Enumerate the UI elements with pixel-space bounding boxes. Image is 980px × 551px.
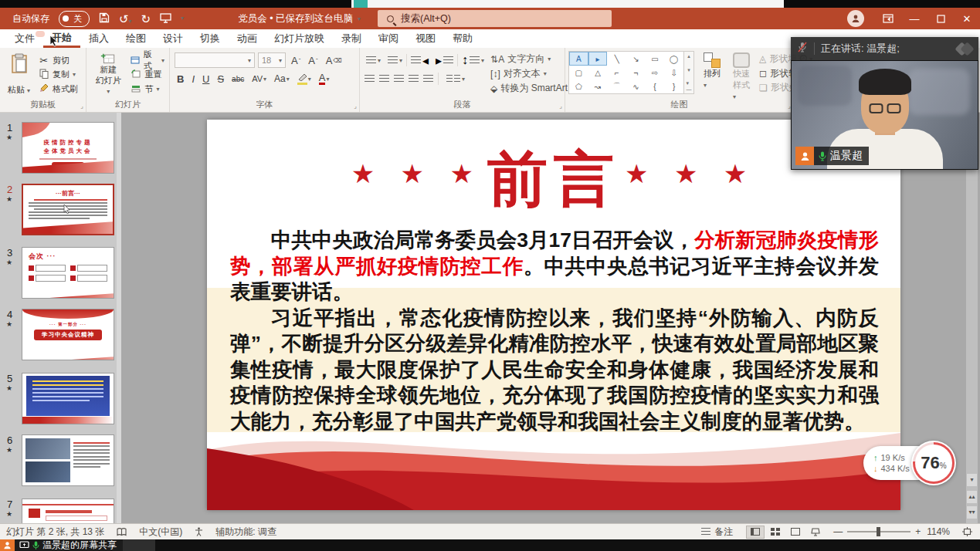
slide-thumbnail-1[interactable]: 疫情防控专题 全体党员大会: [22, 122, 114, 174]
bullets-button[interactable]: ▾: [363, 52, 384, 68]
mic-muted-icon[interactable]: [797, 42, 808, 56]
document-title[interactable]: 党员会 • 已保存到这台电脑▾: [238, 12, 361, 25]
textbox-shape-icon[interactable]: A: [569, 52, 588, 66]
spellcheck-book-icon[interactable]: [117, 528, 127, 536]
font-size-select[interactable]: 18▾: [258, 52, 286, 68]
vertical-scrollbar[interactable]: ▾ ▴▴ ▾▾: [966, 113, 978, 523]
cut-button[interactable]: ✂剪切: [38, 53, 78, 67]
align-center-button[interactable]: [379, 75, 389, 83]
slideshow-view-button[interactable]: [806, 526, 825, 539]
change-case-button[interactable]: Aa▾: [272, 73, 292, 84]
font-dialog-launcher-icon[interactable]: ⌟: [354, 103, 357, 110]
strikethrough-button[interactable]: S: [215, 73, 226, 85]
menu-draw[interactable]: 绘图: [117, 29, 154, 48]
slide-thumbnail-panel[interactable]: 1 ★ 疫情防控专题 全体党员大会 2 ★ ···前言···: [0, 113, 121, 523]
clipboard-dialog-launcher-icon[interactable]: ⌟: [80, 103, 83, 110]
text-highlight-button[interactable]: ▾: [295, 73, 314, 85]
reading-view-button[interactable]: [786, 526, 805, 539]
shrink-font-button[interactable]: Aˇ: [306, 55, 320, 66]
columns-button[interactable]: ▾: [443, 71, 468, 86]
maximize-button[interactable]: [927, 8, 954, 29]
copy-button[interactable]: 复制 ▾: [38, 68, 78, 82]
menu-help[interactable]: 帮助: [444, 29, 481, 48]
undo-icon[interactable]: ↺▾: [119, 13, 132, 25]
thumbnail-scrollbar[interactable]: [117, 113, 121, 523]
shapes-scroll-down-icon[interactable]: ▾: [687, 67, 690, 73]
paste-button[interactable]: 粘贴 ▾: [5, 52, 33, 97]
participant-video[interactable]: 温景超: [791, 60, 978, 170]
save-icon[interactable]: [99, 12, 110, 25]
text-direction-button[interactable]: ⇅A文字方向▾: [490, 52, 574, 66]
account-avatar[interactable]: [847, 10, 864, 27]
left-brace-shape-icon[interactable]: {: [646, 79, 665, 93]
arrange-button[interactable]: 排列▾: [700, 51, 724, 90]
menu-review[interactable]: 审阅: [370, 29, 407, 48]
grow-font-button[interactable]: Aˆ: [289, 55, 303, 66]
slideshow-icon[interactable]: [160, 13, 171, 25]
minimize-button[interactable]: —: [901, 8, 927, 29]
ribbon-display-options-icon[interactable]: [875, 8, 901, 29]
new-slide-button[interactable]: 新建幻灯片 ▾: [91, 52, 125, 97]
search-input[interactable]: 搜索(Alt+Q): [378, 10, 612, 27]
font-name-select[interactable]: ▾: [175, 52, 255, 68]
slide-thumbnail-3[interactable]: 会次 ···: [22, 247, 114, 299]
character-spacing-button[interactable]: AV▾: [249, 74, 269, 83]
taskbar-member-icon[interactable]: [0, 539, 15, 551]
bold-button[interactable]: B: [175, 73, 186, 85]
align-right-button[interactable]: [394, 75, 404, 83]
curve-shape-icon[interactable]: ∿: [626, 79, 646, 93]
format-painter-button[interactable]: 格式刷: [38, 82, 78, 96]
normal-view-button[interactable]: [746, 526, 765, 539]
slide-canvas[interactable]: ★ ★ ★前言★ ★ ★ 中共中央政治局常务委员会3月17日召开会议，分析新冠肺…: [207, 120, 900, 510]
elbow-shape-icon[interactable]: ⌐: [607, 66, 626, 79]
menu-animations[interactable]: 动画: [229, 29, 266, 48]
oval-shape-icon[interactable]: ◯: [664, 52, 683, 66]
slide-thumbnail-2[interactable]: ···前言···: [22, 184, 114, 235]
freeform-shape-icon[interactable]: ⬠: [569, 79, 588, 93]
menu-insert[interactable]: 插入: [80, 29, 117, 48]
accessibility-icon[interactable]: [195, 527, 203, 536]
menu-view[interactable]: 视图: [407, 29, 444, 48]
align-text-button[interactable]: [↕]对齐文本▾: [490, 66, 574, 81]
quick-access-overflow-icon[interactable]: ▾: [181, 15, 184, 22]
italic-button[interactable]: I: [189, 73, 197, 85]
font-color-button[interactable]: A▾: [317, 73, 332, 85]
zoom-level[interactable]: 114%: [927, 526, 950, 537]
scroll-down-icon[interactable]: ▾: [967, 474, 977, 486]
shapes-scroll-up-icon[interactable]: ▴: [687, 53, 690, 59]
arrow-textbox-shape-icon[interactable]: ▸: [588, 52, 608, 66]
arrow-line-shape-icon[interactable]: ↘: [626, 52, 646, 66]
align-left-button[interactable]: [365, 75, 375, 83]
slide-thumbnail-7[interactable]: [22, 499, 114, 523]
down-arrow-shape-icon[interactable]: ⇩: [664, 66, 683, 79]
slide-sorter-view-button[interactable]: [766, 526, 785, 539]
shapes-gallery[interactable]: A ▸ ╲ ↘ ▭ ◯ ▢ △ ⌐ ¬ ⇨ ⇩ ⬠ ↝ ⌒: [568, 51, 684, 94]
elbow2-shape-icon[interactable]: ¬: [626, 66, 646, 79]
quick-styles-button[interactable]: 快速样式▾: [730, 51, 753, 102]
zoom-slider[interactable]: [847, 531, 910, 532]
scribble-shape-icon[interactable]: ↝: [588, 79, 608, 93]
next-slide-icon[interactable]: ▾▾: [967, 506, 977, 519]
close-button[interactable]: ✕: [954, 8, 980, 29]
reset-button[interactable]: 重置: [130, 68, 164, 82]
line-spacing-button[interactable]: ↕▾: [459, 52, 487, 68]
line-shape-icon[interactable]: ╲: [607, 52, 626, 66]
slide-thumbnail-4[interactable]: ··· 第一部分 ··· 学习中央会议精神: [22, 309, 114, 360]
section-button[interactable]: 节 ▾: [130, 82, 164, 96]
menu-slideshow[interactable]: 幻灯片放映: [266, 29, 333, 48]
rounded-rect-shape-icon[interactable]: ▢: [569, 66, 588, 79]
menu-file[interactable]: 文件: [6, 29, 43, 48]
increase-indent-button[interactable]: ▸: [432, 52, 456, 68]
arc-shape-icon[interactable]: ⌒: [607, 79, 626, 93]
menu-design[interactable]: 设计: [154, 29, 192, 48]
share-status-label[interactable]: 温景超的屏幕共享: [15, 539, 123, 551]
right-brace-shape-icon[interactable]: }: [664, 79, 683, 93]
paragraph-dialog-launcher-icon[interactable]: ⌟: [559, 103, 562, 110]
accessibility-status[interactable]: 辅助功能: 调查: [215, 526, 276, 539]
zoom-slider-thumb[interactable]: [877, 527, 880, 536]
menu-record[interactable]: 录制: [333, 29, 370, 48]
notes-button[interactable]: 备注: [701, 526, 733, 539]
menu-transitions[interactable]: 切换: [192, 29, 229, 48]
convert-smartart-button[interactable]: ⬙转换为 SmartArt▾: [490, 81, 574, 96]
zoom-in-button[interactable]: +: [915, 526, 921, 537]
